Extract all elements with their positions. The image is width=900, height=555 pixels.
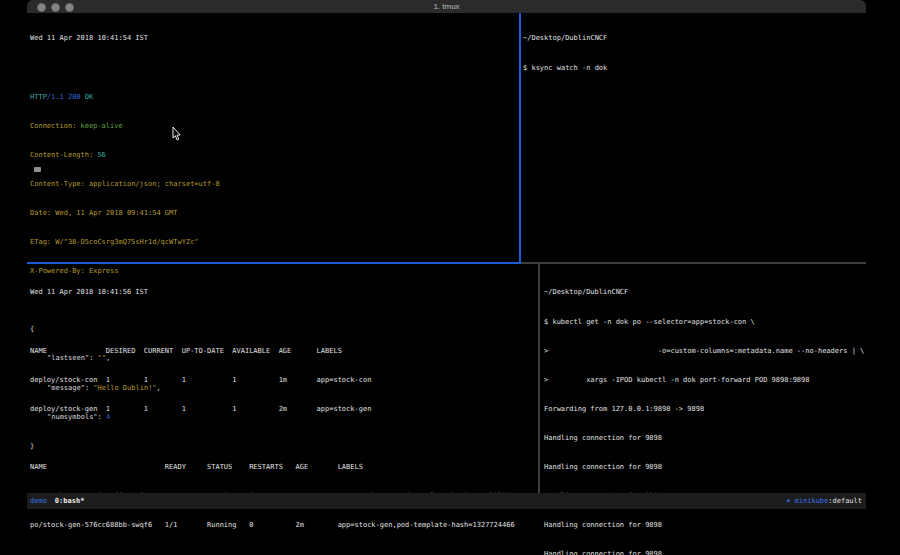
http-protocol: HTTP bbox=[30, 93, 47, 101]
pane2-cwd: ~/Desktop/DublinCNCF bbox=[523, 34, 607, 44]
pods-header: NAME READY STATUS RESTARTS AGE LABELS bbox=[30, 463, 515, 473]
http-header-content-type: Content-Type:application/json; charset=u… bbox=[30, 180, 220, 190]
handling-line: Handling connection for 9898 bbox=[544, 521, 864, 531]
http-header-connection: Connection:keep-alive bbox=[30, 122, 220, 132]
window-controls bbox=[37, 3, 74, 12]
status-left: demo0:bash* bbox=[27, 493, 84, 509]
tmux-status-bar: demo0:bash* ⎈ minikube:default bbox=[27, 493, 866, 509]
mouse-pointer-icon bbox=[172, 127, 181, 141]
pane-border-vertical-top[interactable] bbox=[519, 13, 521, 262]
http-version-status: /1.1 200 bbox=[47, 93, 81, 101]
pane1-timestamp: Wed 11 Apr 2018 10:41:54 IST bbox=[30, 34, 220, 44]
table-row: deploy/stock-con 1 1 1 1 1m app=stock-co… bbox=[30, 376, 515, 386]
http-header-etag: ETag:W/"38-O5coCsrg3mQ75sHr1d/qcWTwYZc" bbox=[30, 238, 220, 248]
http-header-date: Date:Wed, 11 Apr 2018 09:41:54 GMT bbox=[30, 209, 220, 219]
table-row: deploy/stock-gen 1 1 1 1 2m app=stock-ge… bbox=[30, 405, 515, 415]
pane-kubectl-get[interactable]: Wed 11 Apr 2018 10:41:56 IST NAME DESIRE… bbox=[30, 269, 515, 555]
kube-namespace: :default bbox=[828, 497, 862, 505]
handling-line: Handling connection for 9898 bbox=[544, 434, 864, 444]
terminal-window: 1. tmux Wed 11 Apr 2018 10:41:54 IST HTT… bbox=[27, 0, 866, 509]
pane3-timestamp: Wed 11 Apr 2018 10:41:56 IST bbox=[30, 288, 515, 298]
pane-border-horizontal-inactive[interactable] bbox=[521, 262, 866, 264]
pane-border-vertical-bottom[interactable] bbox=[538, 264, 540, 493]
http-reason: OK bbox=[81, 93, 94, 101]
window-title: 1. tmux bbox=[27, 0, 866, 13]
pane4-cwd: ~/Desktop/DublinCNCF bbox=[544, 288, 864, 298]
handling-line: Handling connection for 9898 bbox=[544, 550, 864, 555]
terminal-cursor bbox=[34, 167, 41, 172]
deployments-header: NAME DESIRED CURRENT UP-TO-DATE AVAILABL… bbox=[30, 347, 515, 357]
pane4-command-cont: > xargs -IPOD kubectl -n dok port-forwar… bbox=[544, 376, 864, 386]
handling-line: Handling connection for 9898 bbox=[544, 463, 864, 473]
forwarding-line: Forwarding from 127.0.0.1:9898 -> 9898 bbox=[544, 405, 864, 415]
kube-context: minikube bbox=[790, 497, 828, 505]
http-header-content-length: Content-Length:56 bbox=[30, 151, 220, 161]
pane4-command-cont: > -o=custom-columns=:metadata.name --no-… bbox=[544, 347, 864, 357]
zoom-button[interactable] bbox=[65, 3, 74, 12]
pane-port-forward[interactable]: ~/Desktop/DublinCNCF $ kubectl get -n do… bbox=[544, 269, 864, 555]
titlebar: 1. tmux bbox=[27, 0, 866, 13]
minimize-button[interactable] bbox=[51, 3, 60, 12]
table-row: po/stock-gen-576cc688bb-swqf6 1/1 Runnin… bbox=[30, 521, 515, 531]
pane2-command: $ ksync watch -n dok bbox=[523, 64, 607, 74]
http-status-line: HTTP/1.1 200OK bbox=[30, 93, 220, 103]
pane4-command: $ kubectl get -n dok po --selector=app=s… bbox=[544, 318, 864, 328]
status-right: ⎈ minikube:default bbox=[786, 493, 866, 509]
window-list-item[interactable]: 0:bash* bbox=[55, 497, 85, 505]
pane-ksync[interactable]: ~/Desktop/DublinCNCF $ ksync watch -n do… bbox=[523, 15, 607, 93]
close-button[interactable] bbox=[37, 3, 46, 12]
session-name: demo bbox=[30, 497, 47, 505]
